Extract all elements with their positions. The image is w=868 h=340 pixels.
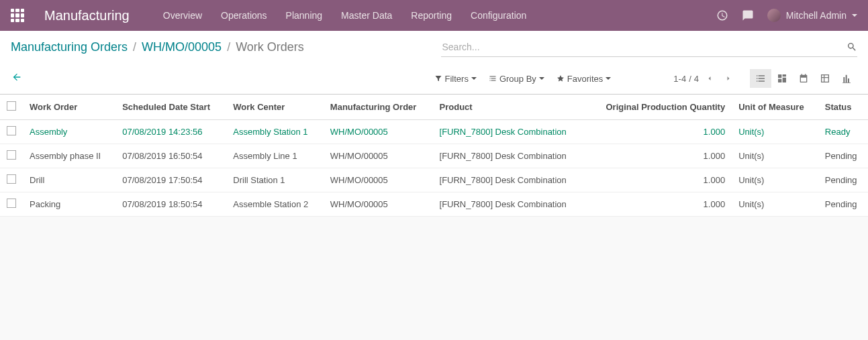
- breadcrumb-link-mo[interactable]: WH/MO/00005: [142, 40, 222, 54]
- cell-uom: Unit(s): [732, 120, 818, 144]
- calendar-icon: [798, 73, 809, 84]
- breadcrumb-sep: /: [133, 40, 136, 54]
- table-row[interactable]: Assembly phase II07/08/2019 16:50:54Asse…: [0, 144, 868, 168]
- search-icon[interactable]: [847, 42, 857, 52]
- breadcrumb-sep: /: [227, 40, 230, 54]
- view-graph-button[interactable]: [836, 69, 857, 88]
- breadcrumb-link-manufacturing-orders[interactable]: Manufacturing Orders: [11, 40, 128, 54]
- kanban-icon: [777, 73, 787, 84]
- pivot-icon: [820, 73, 830, 84]
- chevron-down-icon: [606, 77, 611, 80]
- cell-scheduled: 07/08/2019 17:50:54: [115, 168, 226, 192]
- nav-item-master-data[interactable]: Master Data: [341, 10, 392, 21]
- chat-icon[interactable]: [742, 9, 754, 21]
- app-title[interactable]: Manufacturing: [44, 8, 130, 23]
- view-list-button[interactable]: [750, 69, 771, 88]
- user-name: Mitchell Admin: [786, 10, 847, 21]
- cell-qty: 1.000: [587, 144, 732, 168]
- cell-work-center: Drill Station 1: [226, 168, 324, 192]
- cell-mo: WH/MO/00005: [324, 120, 433, 144]
- nav-item-planning[interactable]: Planning: [286, 10, 323, 21]
- table-row[interactable]: Drill07/08/2019 17:50:54Drill Station 1W…: [0, 168, 868, 192]
- cell-qty: 1.000: [587, 192, 732, 217]
- avatar: [767, 9, 781, 22]
- groupby-button[interactable]: Group By: [489, 74, 544, 84]
- view-pivot-button[interactable]: [814, 69, 836, 88]
- cell-work-order: Packing: [23, 192, 115, 217]
- breadcrumb-current: Work Orders: [236, 40, 304, 54]
- cell-qty: 1.000: [587, 120, 732, 144]
- star-icon: [557, 74, 565, 82]
- col-work-order[interactable]: Work Order: [23, 95, 115, 120]
- row-checkbox[interactable]: [7, 199, 16, 208]
- cell-status: Pending: [818, 168, 868, 192]
- pager-total: 4: [694, 74, 699, 84]
- cell-work-center: Assembly Line 1: [226, 144, 324, 168]
- chevron-down-icon: [539, 77, 544, 80]
- col-qty[interactable]: Original Production Quantity: [587, 95, 732, 120]
- cell-work-center: Assembly Station 1: [226, 120, 324, 144]
- cell-mo: WH/MO/00005: [324, 144, 433, 168]
- user-menu[interactable]: Mitchell Admin: [767, 9, 857, 22]
- cell-scheduled: 07/08/2019 18:50:54: [115, 192, 226, 217]
- cell-work-center: Assemble Station 2: [226, 192, 324, 217]
- filters-button[interactable]: Filters: [434, 74, 477, 84]
- cell-uom: Unit(s): [732, 144, 818, 168]
- cell-uom: Unit(s): [732, 168, 818, 192]
- apps-menu-icon[interactable]: [11, 9, 24, 22]
- nav-item-overview[interactable]: Overview: [163, 10, 202, 21]
- work-orders-table: Work Order Scheduled Date Start Work Cen…: [0, 95, 868, 217]
- breadcrumb: Manufacturing Orders / WH/MO/00005 / Wor…: [11, 40, 428, 54]
- col-work-center[interactable]: Work Center: [226, 95, 324, 120]
- pager-next-button[interactable]: [720, 70, 736, 87]
- col-uom[interactable]: Unit of Measure: [732, 95, 818, 120]
- cell-product: [FURN_7800] Desk Combination: [433, 168, 587, 192]
- col-mo[interactable]: Manufacturing Order: [324, 95, 433, 120]
- cell-product: [FURN_7800] Desk Combination: [433, 192, 587, 217]
- favorites-button[interactable]: Favorites: [557, 74, 611, 84]
- groupby-icon: [489, 74, 497, 82]
- chevron-down-icon: [852, 14, 857, 17]
- search-box: [441, 38, 858, 57]
- nav-item-configuration[interactable]: Configuration: [471, 10, 526, 21]
- main-navbar: Manufacturing Overview Operations Planni…: [0, 0, 868, 31]
- list-icon: [755, 73, 766, 84]
- nav-item-operations[interactable]: Operations: [221, 10, 267, 21]
- view-calendar-button[interactable]: [793, 69, 814, 88]
- cell-uom: Unit(s): [732, 192, 818, 217]
- cell-mo: WH/MO/00005: [324, 192, 433, 217]
- cell-product: [FURN_7800] Desk Combination: [433, 120, 587, 144]
- graph-icon: [841, 73, 852, 84]
- cell-status: Pending: [818, 192, 868, 217]
- row-checkbox[interactable]: [7, 126, 16, 135]
- table-row[interactable]: Packing07/08/2019 18:50:54Assemble Stati…: [0, 192, 868, 217]
- cell-scheduled: 07/08/2019 16:50:54: [115, 144, 226, 168]
- pager-sep: /: [689, 74, 691, 84]
- cell-scheduled: 07/08/2019 14:23:56: [115, 120, 226, 144]
- cell-product: [FURN_7800] Desk Combination: [433, 144, 587, 168]
- cell-work-order: Assembly phase II: [23, 144, 115, 168]
- table-row[interactable]: Assembly07/08/2019 14:23:56Assembly Stat…: [0, 120, 868, 144]
- back-arrow-icon[interactable]: [11, 72, 23, 85]
- cell-work-order: Drill: [23, 168, 115, 192]
- select-all-checkbox[interactable]: [7, 101, 16, 111]
- nav-item-reporting[interactable]: Reporting: [411, 10, 452, 21]
- clock-icon[interactable]: [716, 9, 728, 21]
- search-input[interactable]: [441, 38, 847, 56]
- navbar-menu: Overview Operations Planning Master Data…: [163, 10, 527, 21]
- cell-mo: WH/MO/00005: [324, 168, 433, 192]
- cell-status: Pending: [818, 144, 868, 168]
- col-status[interactable]: Status: [818, 95, 868, 120]
- cell-qty: 1.000: [587, 168, 732, 192]
- chevron-down-icon: [471, 77, 477, 80]
- view-kanban-button[interactable]: [771, 69, 793, 88]
- cell-status: Ready: [818, 120, 868, 144]
- cell-work-order: Assembly: [23, 120, 115, 144]
- pager-range[interactable]: 1-4: [673, 74, 686, 84]
- row-checkbox[interactable]: [7, 174, 16, 184]
- row-checkbox[interactable]: [7, 150, 16, 160]
- filter-icon: [434, 74, 442, 82]
- col-product[interactable]: Product: [433, 95, 587, 120]
- col-scheduled[interactable]: Scheduled Date Start: [115, 95, 226, 120]
- pager-prev-button[interactable]: [702, 70, 718, 87]
